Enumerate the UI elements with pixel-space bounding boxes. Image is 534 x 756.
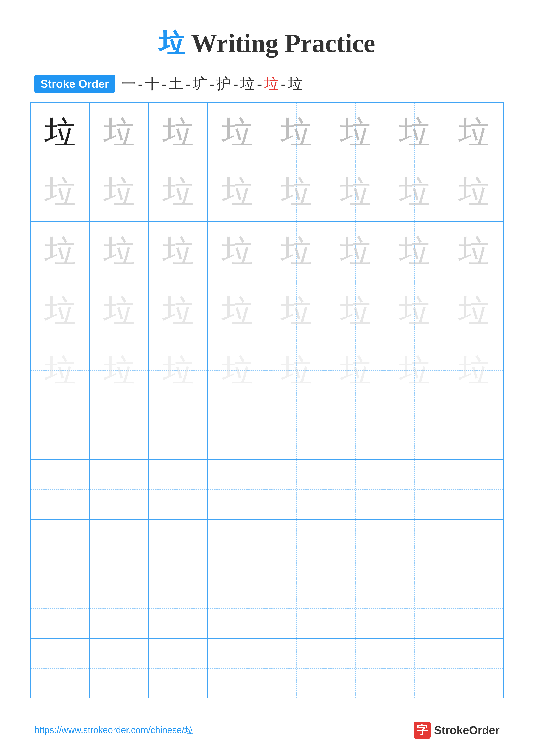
grid-cell-4-4: 垃 xyxy=(208,281,267,340)
char-display: 垃 xyxy=(103,355,135,386)
char-display: 垃 xyxy=(281,176,312,207)
char-display: 垃 xyxy=(103,176,135,207)
grid-cell-8-2 xyxy=(89,520,149,579)
char-display: 垃 xyxy=(222,235,253,267)
char-display: 垃 xyxy=(222,355,253,386)
stroke-order-row: Stroke Order 一 - 十 - 土 - 圹 - 护 - 垃 - 垃 -… xyxy=(0,74,534,94)
char-display: 垃 xyxy=(44,235,76,267)
grid-cell-2-3: 垃 xyxy=(149,162,208,221)
grid-cell-9-2 xyxy=(89,579,149,638)
grid-cell-5-4: 垃 xyxy=(208,341,267,400)
grid-row-9 xyxy=(31,579,503,638)
grid-row-8 xyxy=(31,520,503,579)
grid-row-1: 垃 垃 垃 垃 垃 垃 垃 垃 xyxy=(31,103,503,162)
stroke-sep-2: - xyxy=(162,75,167,92)
char-display: 垃 xyxy=(163,117,194,148)
grid-cell-4-6: 垃 xyxy=(326,281,385,340)
grid-cell-6-4 xyxy=(208,400,267,459)
grid-cell-9-7 xyxy=(385,579,444,638)
grid-cell-3-2: 垃 xyxy=(89,222,149,281)
stroke-sep-1: - xyxy=(138,75,143,92)
char-display: 垃 xyxy=(458,176,489,207)
grid-cell-4-2: 垃 xyxy=(89,281,149,340)
grid-cell-8-4 xyxy=(208,520,267,579)
char-display: 垃 xyxy=(163,176,194,207)
grid-cell-3-5: 垃 xyxy=(267,222,326,281)
grid-cell-2-6: 垃 xyxy=(326,162,385,221)
grid-cell-7-5 xyxy=(267,460,326,519)
char-display: 垃 xyxy=(281,235,312,267)
char-display: 垃 xyxy=(44,355,76,386)
char-display: 垃 xyxy=(340,295,371,327)
grid-cell-2-8: 垃 xyxy=(445,162,503,221)
char-display: 垃 xyxy=(103,235,135,267)
grid-cell-9-4 xyxy=(208,579,267,638)
grid-cell-9-3 xyxy=(149,579,208,638)
logo-text: StrokeOrder xyxy=(434,724,499,737)
grid-cell-4-1: 垃 xyxy=(31,281,89,340)
footer: https://www.strokeorder.com/chinese/垃 字 … xyxy=(0,721,534,739)
title-char: 垃 xyxy=(159,29,185,58)
stroke-order-badge: Stroke Order xyxy=(35,75,115,93)
grid-cell-10-3 xyxy=(149,638,208,698)
char-display: 垃 xyxy=(222,176,253,207)
char-display: 垃 xyxy=(399,355,430,386)
title-rest: Writing Practice xyxy=(185,29,375,58)
grid-cell-6-2 xyxy=(89,400,149,459)
grid-cell-10-4 xyxy=(208,638,267,698)
grid-row-6 xyxy=(31,400,503,460)
grid-cell-2-7: 垃 xyxy=(385,162,444,221)
grid-cell-1-3: 垃 xyxy=(149,103,208,162)
grid-cell-7-3 xyxy=(149,460,208,519)
grid-cell-7-2 xyxy=(89,460,149,519)
grid-cell-7-8 xyxy=(445,460,503,519)
char-display: 垃 xyxy=(340,117,371,148)
grid-cell-3-7: 垃 xyxy=(385,222,444,281)
grid-row-3: 垃 垃 垃 垃 垃 垃 垃 垃 xyxy=(31,222,503,281)
grid-cell-5-5: 垃 xyxy=(267,341,326,400)
footer-logo: 字 StrokeOrder xyxy=(414,721,499,739)
stroke-1: 一 xyxy=(121,74,136,94)
grid-cell-8-6 xyxy=(326,520,385,579)
char-display: 垃 xyxy=(281,295,312,327)
grid-cell-6-1 xyxy=(31,400,89,459)
char-display: 垃 xyxy=(340,176,371,207)
char-display: 垃 xyxy=(399,235,430,267)
grid-row-2: 垃 垃 垃 垃 垃 垃 垃 垃 xyxy=(31,162,503,222)
stroke-8: 垃 xyxy=(288,74,302,94)
page-title: 垃 Writing Practice xyxy=(0,0,534,74)
char-display: 垃 xyxy=(458,355,489,386)
grid-cell-8-7 xyxy=(385,520,444,579)
grid-cell-1-4: 垃 xyxy=(208,103,267,162)
grid-cell-6-3 xyxy=(149,400,208,459)
grid-cell-10-1 xyxy=(31,638,89,698)
grid-cell-9-1 xyxy=(31,579,89,638)
char-display: 垃 xyxy=(399,117,430,148)
grid-cell-2-2: 垃 xyxy=(89,162,149,221)
grid-row-4: 垃 垃 垃 垃 垃 垃 垃 垃 xyxy=(31,281,503,341)
footer-url: https://www.strokeorder.com/chinese/垃 xyxy=(35,724,193,736)
grid-cell-5-2: 垃 xyxy=(89,341,149,400)
char-display: 垃 xyxy=(44,176,76,207)
char-display: 垃 xyxy=(163,295,194,327)
char-display: 垃 xyxy=(163,235,194,267)
grid-cell-10-5 xyxy=(267,638,326,698)
stroke-4: 圹 xyxy=(192,74,207,94)
char-display: 垃 xyxy=(281,355,312,386)
grid-cell-10-6 xyxy=(326,638,385,698)
logo-icon: 字 xyxy=(414,721,431,739)
grid-row-5: 垃 垃 垃 垃 垃 垃 垃 垃 xyxy=(31,341,503,400)
char-display: 垃 xyxy=(458,235,489,267)
grid-cell-1-8: 垃 xyxy=(445,103,503,162)
grid-cell-3-4: 垃 xyxy=(208,222,267,281)
char-display: 垃 xyxy=(458,295,489,327)
grid-cell-3-3: 垃 xyxy=(149,222,208,281)
grid-cell-5-8: 垃 xyxy=(445,341,503,400)
grid-cell-7-4 xyxy=(208,460,267,519)
char-display: 垃 xyxy=(340,235,371,267)
grid-row-10 xyxy=(31,638,503,698)
char-display: 垃 xyxy=(340,355,371,386)
grid-cell-9-5 xyxy=(267,579,326,638)
grid-cell-1-7: 垃 xyxy=(385,103,444,162)
grid-cell-3-6: 垃 xyxy=(326,222,385,281)
